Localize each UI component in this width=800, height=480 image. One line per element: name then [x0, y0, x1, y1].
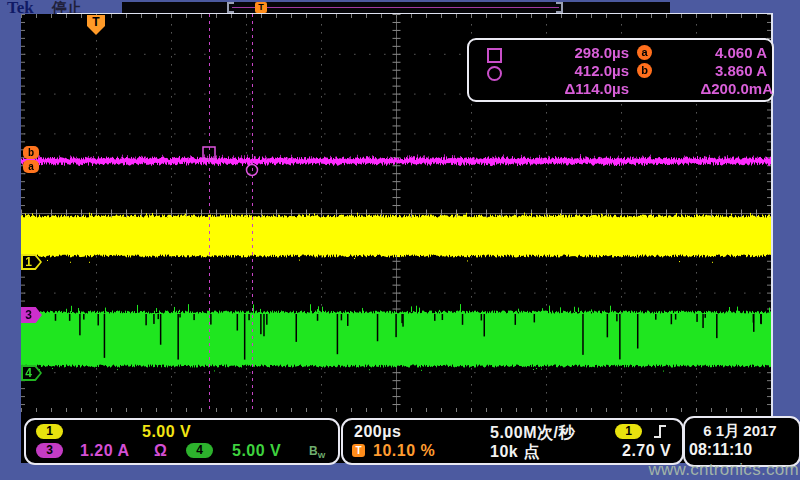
record-overview-bar[interactable]: T — [122, 2, 670, 13]
channel-3-zero-marker[interactable]: 3 — [21, 307, 42, 323]
channel-1-zero-marker[interactable]: 1 — [21, 254, 42, 270]
cursor-source-a-badge: a — [637, 45, 652, 60]
timebase-readout: 200µs — [354, 423, 401, 441]
channel-3-badge[interactable]: 3 — [36, 443, 63, 458]
vertical-scale-panel[interactable]: 1 5.00 V 3 1.20 A Ω 4 5.00 V BW — [24, 418, 340, 465]
channel-1-scale: 5.00 V — [142, 423, 191, 441]
channel-1-badge[interactable]: 1 — [36, 424, 63, 439]
trigger-source-badge[interactable]: 1 — [615, 424, 642, 439]
channel-3-coupling: Ω — [154, 442, 167, 460]
cursor-delta-value: Δ200.0mA — [661, 80, 773, 97]
cursor-readout-box: 298.0µs a 4.060 A 412.0µs b 3.860 A Δ114… — [467, 38, 774, 102]
sample-rate-readout: 5.00M次/秒 — [490, 423, 575, 444]
trigger-position-badge: T — [352, 444, 365, 457]
cursor-delta-time: Δ114.0µs — [509, 80, 629, 97]
oscilloscope-screen: Tek 停止 T T b a 1 3 4 298.0µs a 4.060 A 4… — [0, 0, 800, 480]
channel-4-scale: 5.00 V — [232, 442, 281, 460]
cursor-a-time: 298.0µs — [509, 44, 629, 61]
cursor-b-edge-badge[interactable]: b — [23, 146, 39, 159]
bandwidth-limit-indicator: BW — [309, 444, 325, 460]
cursor-b-value: 3.860 A — [661, 62, 767, 79]
watermark: www.cntronics.com — [648, 460, 799, 480]
time-readout: 08:11:10 — [689, 441, 752, 459]
cursor-b-circle-icon — [487, 66, 502, 81]
trigger-level-readout: 2.70 V — [622, 442, 671, 460]
channel-1-marker-label: 1 — [21, 254, 36, 270]
cursor-b-time: 412.0µs — [509, 62, 629, 79]
channel-3-scale: 1.20 A — [80, 442, 130, 460]
cursor-a-square-icon — [487, 48, 502, 63]
record-window-line — [232, 7, 559, 8]
channel-4-zero-marker[interactable]: 4 — [21, 365, 42, 381]
rising-edge-icon — [651, 423, 669, 440]
cursor-a-edge-badge[interactable]: a — [23, 160, 39, 173]
channel-4-marker-label: 4 — [21, 365, 36, 381]
cursor-a-value: 4.060 A — [661, 44, 767, 61]
trigger-position-readout: 10.10 % — [373, 442, 435, 460]
trigger-position-mini-icon: T — [255, 2, 267, 13]
date-readout: 6 1月 2017 — [685, 422, 795, 441]
cursor-source-b-badge: b — [637, 63, 652, 78]
channel-4-badge[interactable]: 4 — [186, 443, 213, 458]
record-length-readout: 10k 点 — [490, 442, 540, 463]
channel-3-marker-label: 3 — [21, 307, 36, 323]
horizontal-trigger-panel[interactable]: 200µs 5.00M次/秒 1 T 10.10 % 10k 点 2.70 V — [341, 418, 684, 465]
